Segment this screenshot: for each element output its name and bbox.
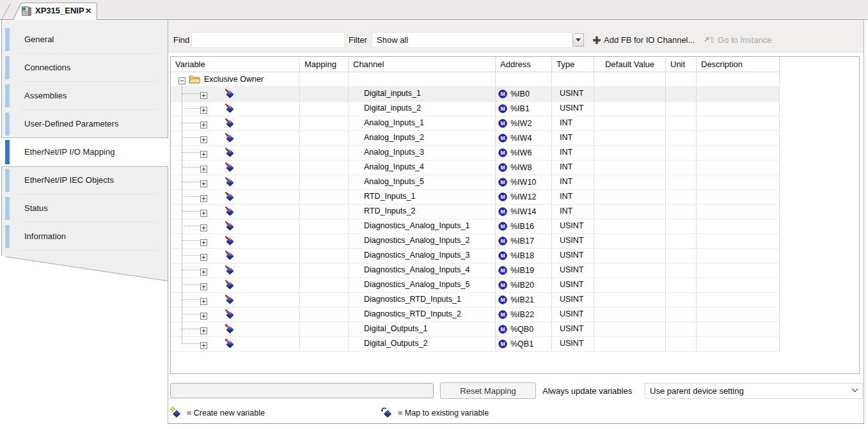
column-header-type[interactable]: Type — [552, 57, 594, 72]
description-cell[interactable] — [697, 146, 780, 160]
table-row-rtd-inputs-1[interactable]: RTD_Inputs_1M%IW12INT — [171, 190, 780, 205]
variable-cell[interactable] — [171, 175, 300, 189]
default-value-cell[interactable] — [594, 160, 666, 175]
expand-toggle[interactable] — [200, 340, 207, 347]
mapping-cell[interactable] — [300, 116, 349, 130]
mapping-cell[interactable] — [300, 131, 349, 145]
table-row-digital-outputs-2[interactable]: Digital_Outputs_2M%QB1USINT — [171, 337, 780, 352]
unit-cell[interactable] — [666, 131, 697, 145]
variable-cell[interactable] — [171, 322, 300, 336]
expand-toggle[interactable] — [200, 252, 207, 259]
variable-cell[interactable] — [171, 102, 300, 116]
unit-cell[interactable] — [666, 278, 697, 292]
unit-cell[interactable] — [666, 293, 697, 307]
collapse-toggle[interactable] — [178, 75, 185, 82]
unit-cell[interactable] — [666, 263, 697, 277]
reset-mapping-button[interactable]: Reset Mapping — [440, 382, 536, 399]
expand-toggle[interactable] — [200, 90, 207, 97]
default-value-cell[interactable] — [594, 87, 666, 101]
description-cell[interactable] — [697, 160, 780, 175]
expand-toggle[interactable] — [200, 222, 207, 230]
expand-toggle[interactable] — [200, 267, 207, 274]
description-cell[interactable] — [697, 234, 780, 248]
expand-toggle[interactable] — [200, 178, 207, 185]
variable-cell[interactable] — [171, 308, 300, 322]
default-value-cell[interactable] — [594, 205, 666, 219]
variable-cell[interactable] — [171, 190, 300, 204]
unit-cell[interactable] — [666, 322, 697, 336]
default-value-cell[interactable] — [594, 322, 666, 336]
table-row-analog-inputs-1[interactable]: Analog_Inputs_1M%IW2INT — [171, 116, 780, 131]
description-cell[interactable] — [697, 102, 780, 116]
mapping-cell[interactable] — [300, 160, 349, 175]
unit-cell[interactable] — [666, 234, 697, 248]
expand-toggle[interactable] — [200, 105, 207, 112]
mapping-cell[interactable] — [300, 146, 349, 160]
expand-toggle[interactable] — [200, 281, 207, 288]
description-cell[interactable] — [697, 190, 780, 204]
sidebar-item-information[interactable]: Information — [1, 222, 168, 251]
tab-close-icon[interactable]: ✕ — [85, 1, 91, 20]
sidebar-item-status[interactable]: Status — [1, 194, 168, 222]
table-row-analog-inputs-4[interactable]: Analog_Inputs_4M%IW8INT — [171, 160, 780, 175]
description-cell[interactable] — [697, 278, 780, 292]
sidebar-item-user-defined-parameters[interactable]: User-Defined Parameters — [1, 110, 168, 138]
description-cell[interactable] — [697, 205, 780, 219]
expand-toggle[interactable] — [200, 193, 207, 200]
mapping-cell[interactable] — [300, 234, 349, 248]
variable-cell[interactable] — [171, 278, 300, 292]
description-cell[interactable] — [697, 131, 780, 145]
go-to-instance-button[interactable]: Go to Instance — [704, 32, 772, 48]
table-row-diagnostics-analog-inputs-3[interactable]: Diagnostics_Analog_Inputs_3M%IB18USINT — [171, 249, 780, 263]
mapping-cell[interactable] — [300, 263, 349, 277]
expand-toggle[interactable] — [200, 149, 207, 156]
description-cell[interactable] — [697, 175, 780, 189]
description-cell[interactable] — [697, 308, 780, 322]
mapping-cell[interactable] — [300, 87, 349, 101]
unit-cell[interactable] — [666, 102, 697, 116]
expand-toggle[interactable] — [200, 120, 207, 127]
document-tab[interactable]: XP315_ENIP ✕ — [0, 1, 102, 20]
mapping-cell[interactable] — [300, 102, 349, 116]
mapping-cell[interactable] — [300, 308, 349, 322]
unit-cell[interactable] — [666, 175, 697, 189]
column-header-description[interactable]: Description — [697, 57, 780, 72]
sidebar-item-assemblies[interactable]: Assemblies — [1, 82, 168, 110]
default-value-cell[interactable] — [594, 116, 666, 130]
description-cell[interactable] — [697, 219, 780, 233]
sidebar-item-general[interactable]: General — [1, 26, 168, 54]
default-value-cell[interactable] — [594, 219, 666, 233]
variable-cell[interactable] — [171, 160, 300, 175]
variable-cell[interactable] — [171, 146, 300, 160]
unit-cell[interactable] — [666, 116, 697, 130]
mapping-cell[interactable] — [300, 322, 349, 336]
expand-toggle[interactable] — [200, 208, 207, 215]
variable-cell[interactable] — [171, 293, 300, 307]
unit-cell[interactable] — [666, 205, 697, 219]
default-value-cell[interactable] — [594, 293, 666, 307]
mapping-cell[interactable] — [300, 337, 349, 351]
mapping-cell[interactable] — [300, 278, 349, 292]
dropdown-arrow-icon[interactable] — [572, 33, 584, 47]
column-header-variable[interactable]: Variable — [171, 57, 300, 72]
column-header-address[interactable]: Address — [496, 57, 552, 72]
unit-cell[interactable] — [666, 337, 697, 351]
table-row-diagnostics-analog-inputs-2[interactable]: Diagnostics_Analog_Inputs_2M%IB17USINT — [171, 234, 780, 249]
mapping-cell[interactable] — [300, 249, 349, 263]
default-value-cell[interactable] — [594, 249, 666, 263]
variable-cell[interactable] — [171, 234, 300, 248]
mapping-cell[interactable] — [300, 175, 349, 189]
default-value-cell[interactable] — [594, 337, 666, 351]
mapping-cell[interactable] — [300, 219, 349, 233]
sidebar-item-ethernet-ip-iec-objects[interactable]: EtherNet/IP IEC Objects — [1, 166, 168, 194]
table-row-rtd-inputs-2[interactable]: RTD_Inputs_2M%IW14INT — [171, 205, 780, 219]
table-row-digital-inputs-1[interactable]: Digital_inputs_1M%IB0USINT — [171, 87, 780, 102]
expand-toggle[interactable] — [200, 164, 207, 171]
table-row-diagnostics-analog-inputs-4[interactable]: Diagnostics_Analog_Inputs_4M%IB19USINT — [171, 263, 780, 278]
expand-toggle[interactable] — [200, 134, 207, 141]
table-row-digital-inputs-2[interactable]: Digital_inputs_2M%IB1USINT — [171, 102, 780, 116]
table-row-diagnostics-rtd-inputs-2[interactable]: Diagnostics_RTD_Inputs_2M%IB22USINT — [171, 308, 780, 322]
description-cell[interactable] — [697, 322, 780, 336]
default-value-cell[interactable] — [594, 102, 666, 116]
default-value-cell[interactable] — [594, 190, 666, 204]
